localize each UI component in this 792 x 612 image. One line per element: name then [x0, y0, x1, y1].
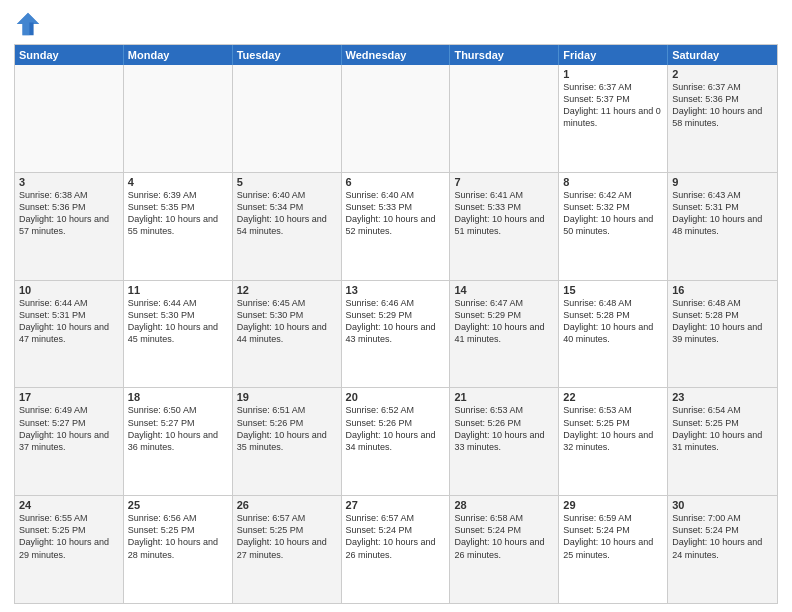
day-number: 8 [563, 176, 663, 188]
cell-info: Sunrise: 6:52 AMSunset: 5:26 PMDaylight:… [346, 404, 446, 453]
cal-cell-3-6: 23Sunrise: 6:54 AMSunset: 5:25 PMDayligh… [668, 388, 777, 495]
cal-cell-2-3: 13Sunrise: 6:46 AMSunset: 5:29 PMDayligh… [342, 281, 451, 388]
cell-info: Sunrise: 6:44 AMSunset: 5:30 PMDaylight:… [128, 297, 228, 346]
cell-info: Sunrise: 6:58 AMSunset: 5:24 PMDaylight:… [454, 512, 554, 561]
cell-info: Sunrise: 6:44 AMSunset: 5:31 PMDaylight:… [19, 297, 119, 346]
header [14, 10, 778, 38]
day-number: 24 [19, 499, 119, 511]
cal-cell-1-4: 7Sunrise: 6:41 AMSunset: 5:33 PMDaylight… [450, 173, 559, 280]
cal-cell-3-0: 17Sunrise: 6:49 AMSunset: 5:27 PMDayligh… [15, 388, 124, 495]
cell-info: Sunrise: 6:43 AMSunset: 5:31 PMDaylight:… [672, 189, 773, 238]
cal-cell-4-0: 24Sunrise: 6:55 AMSunset: 5:25 PMDayligh… [15, 496, 124, 603]
week-row-3: 17Sunrise: 6:49 AMSunset: 5:27 PMDayligh… [15, 387, 777, 495]
cal-cell-2-0: 10Sunrise: 6:44 AMSunset: 5:31 PMDayligh… [15, 281, 124, 388]
cal-cell-0-1 [124, 65, 233, 172]
cal-cell-1-1: 4Sunrise: 6:39 AMSunset: 5:35 PMDaylight… [124, 173, 233, 280]
day-number: 13 [346, 284, 446, 296]
week-row-1: 3Sunrise: 6:38 AMSunset: 5:36 PMDaylight… [15, 172, 777, 280]
cell-info: Sunrise: 6:37 AMSunset: 5:37 PMDaylight:… [563, 81, 663, 130]
cell-info: Sunrise: 6:42 AMSunset: 5:32 PMDaylight:… [563, 189, 663, 238]
day-number: 3 [19, 176, 119, 188]
day-number: 1 [563, 68, 663, 80]
cal-cell-1-5: 8Sunrise: 6:42 AMSunset: 5:32 PMDaylight… [559, 173, 668, 280]
day-number: 28 [454, 499, 554, 511]
day-number: 23 [672, 391, 773, 403]
cal-cell-0-6: 2Sunrise: 6:37 AMSunset: 5:36 PMDaylight… [668, 65, 777, 172]
cal-cell-2-1: 11Sunrise: 6:44 AMSunset: 5:30 PMDayligh… [124, 281, 233, 388]
day-number: 25 [128, 499, 228, 511]
cell-info: Sunrise: 6:53 AMSunset: 5:25 PMDaylight:… [563, 404, 663, 453]
day-number: 21 [454, 391, 554, 403]
day-number: 26 [237, 499, 337, 511]
cal-cell-1-3: 6Sunrise: 6:40 AMSunset: 5:33 PMDaylight… [342, 173, 451, 280]
day-number: 4 [128, 176, 228, 188]
header-day-friday: Friday [559, 45, 668, 65]
cell-info: Sunrise: 6:48 AMSunset: 5:28 PMDaylight:… [672, 297, 773, 346]
cal-cell-1-0: 3Sunrise: 6:38 AMSunset: 5:36 PMDaylight… [15, 173, 124, 280]
cell-info: Sunrise: 6:54 AMSunset: 5:25 PMDaylight:… [672, 404, 773, 453]
cal-cell-3-4: 21Sunrise: 6:53 AMSunset: 5:26 PMDayligh… [450, 388, 559, 495]
cal-cell-0-0 [15, 65, 124, 172]
calendar-header: SundayMondayTuesdayWednesdayThursdayFrid… [15, 45, 777, 65]
cal-cell-4-1: 25Sunrise: 6:56 AMSunset: 5:25 PMDayligh… [124, 496, 233, 603]
cell-info: Sunrise: 6:57 AMSunset: 5:25 PMDaylight:… [237, 512, 337, 561]
cal-cell-2-5: 15Sunrise: 6:48 AMSunset: 5:28 PMDayligh… [559, 281, 668, 388]
cal-cell-4-3: 27Sunrise: 6:57 AMSunset: 5:24 PMDayligh… [342, 496, 451, 603]
cell-info: Sunrise: 6:41 AMSunset: 5:33 PMDaylight:… [454, 189, 554, 238]
day-number: 22 [563, 391, 663, 403]
cell-info: Sunrise: 6:49 AMSunset: 5:27 PMDaylight:… [19, 404, 119, 453]
day-number: 14 [454, 284, 554, 296]
day-number: 19 [237, 391, 337, 403]
page: SundayMondayTuesdayWednesdayThursdayFrid… [0, 0, 792, 612]
day-number: 11 [128, 284, 228, 296]
day-number: 12 [237, 284, 337, 296]
cal-cell-0-4 [450, 65, 559, 172]
day-number: 5 [237, 176, 337, 188]
day-number: 17 [19, 391, 119, 403]
cell-info: Sunrise: 6:56 AMSunset: 5:25 PMDaylight:… [128, 512, 228, 561]
cell-info: Sunrise: 6:47 AMSunset: 5:29 PMDaylight:… [454, 297, 554, 346]
day-number: 7 [454, 176, 554, 188]
cell-info: Sunrise: 6:46 AMSunset: 5:29 PMDaylight:… [346, 297, 446, 346]
day-number: 10 [19, 284, 119, 296]
cell-info: Sunrise: 6:50 AMSunset: 5:27 PMDaylight:… [128, 404, 228, 453]
cell-info: Sunrise: 6:57 AMSunset: 5:24 PMDaylight:… [346, 512, 446, 561]
day-number: 18 [128, 391, 228, 403]
cal-cell-3-2: 19Sunrise: 6:51 AMSunset: 5:26 PMDayligh… [233, 388, 342, 495]
cal-cell-0-5: 1Sunrise: 6:37 AMSunset: 5:37 PMDaylight… [559, 65, 668, 172]
cal-cell-0-2 [233, 65, 342, 172]
header-day-monday: Monday [124, 45, 233, 65]
day-number: 20 [346, 391, 446, 403]
cell-info: Sunrise: 6:39 AMSunset: 5:35 PMDaylight:… [128, 189, 228, 238]
cell-info: Sunrise: 6:55 AMSunset: 5:25 PMDaylight:… [19, 512, 119, 561]
cell-info: Sunrise: 6:40 AMSunset: 5:33 PMDaylight:… [346, 189, 446, 238]
cal-cell-3-5: 22Sunrise: 6:53 AMSunset: 5:25 PMDayligh… [559, 388, 668, 495]
header-day-tuesday: Tuesday [233, 45, 342, 65]
calendar: SundayMondayTuesdayWednesdayThursdayFrid… [14, 44, 778, 604]
week-row-2: 10Sunrise: 6:44 AMSunset: 5:31 PMDayligh… [15, 280, 777, 388]
day-number: 16 [672, 284, 773, 296]
cell-info: Sunrise: 6:51 AMSunset: 5:26 PMDaylight:… [237, 404, 337, 453]
day-number: 29 [563, 499, 663, 511]
cal-cell-4-4: 28Sunrise: 6:58 AMSunset: 5:24 PMDayligh… [450, 496, 559, 603]
cal-cell-3-3: 20Sunrise: 6:52 AMSunset: 5:26 PMDayligh… [342, 388, 451, 495]
cal-cell-1-6: 9Sunrise: 6:43 AMSunset: 5:31 PMDaylight… [668, 173, 777, 280]
cell-info: Sunrise: 6:37 AMSunset: 5:36 PMDaylight:… [672, 81, 773, 130]
cal-cell-2-6: 16Sunrise: 6:48 AMSunset: 5:28 PMDayligh… [668, 281, 777, 388]
cal-cell-4-5: 29Sunrise: 6:59 AMSunset: 5:24 PMDayligh… [559, 496, 668, 603]
day-number: 27 [346, 499, 446, 511]
cal-cell-2-2: 12Sunrise: 6:45 AMSunset: 5:30 PMDayligh… [233, 281, 342, 388]
cal-cell-0-3 [342, 65, 451, 172]
cal-cell-4-2: 26Sunrise: 6:57 AMSunset: 5:25 PMDayligh… [233, 496, 342, 603]
day-number: 6 [346, 176, 446, 188]
header-day-saturday: Saturday [668, 45, 777, 65]
cal-cell-2-4: 14Sunrise: 6:47 AMSunset: 5:29 PMDayligh… [450, 281, 559, 388]
day-number: 15 [563, 284, 663, 296]
week-row-0: 1Sunrise: 6:37 AMSunset: 5:37 PMDaylight… [15, 65, 777, 172]
cal-cell-3-1: 18Sunrise: 6:50 AMSunset: 5:27 PMDayligh… [124, 388, 233, 495]
calendar-body: 1Sunrise: 6:37 AMSunset: 5:37 PMDaylight… [15, 65, 777, 603]
day-number: 9 [672, 176, 773, 188]
cell-info: Sunrise: 6:38 AMSunset: 5:36 PMDaylight:… [19, 189, 119, 238]
cell-info: Sunrise: 6:59 AMSunset: 5:24 PMDaylight:… [563, 512, 663, 561]
svg-marker-1 [17, 13, 39, 35]
